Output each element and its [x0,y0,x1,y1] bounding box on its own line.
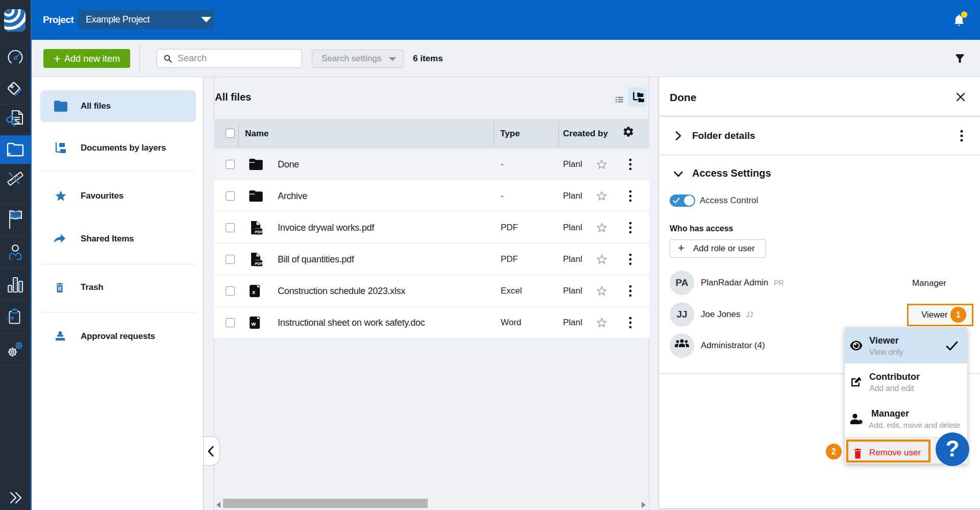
svg-text:w: w [251,320,256,326]
svg-text:PDF: PDF [255,261,262,266]
svg-text:x: x [252,288,256,295]
svg-text:PDF: PDF [255,230,262,234]
